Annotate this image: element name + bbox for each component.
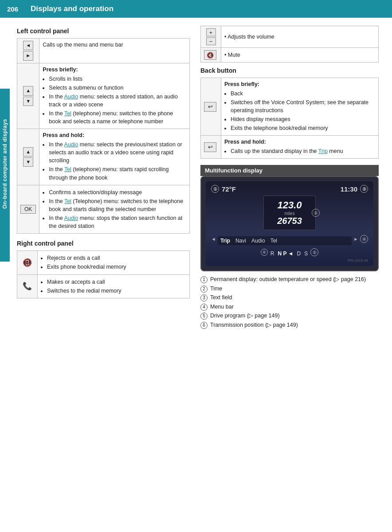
table-row: ↩ Press briefly: Back Switches off the V… bbox=[201, 78, 379, 136]
menu-item-trip[interactable]: Trip bbox=[220, 238, 230, 244]
page-number: 206 bbox=[0, 0, 25, 18]
legend-num-4: 4 bbox=[200, 303, 210, 311]
dash-menu-items: Trip Navi Audio Tel bbox=[220, 238, 277, 244]
legend-num-3: 3 bbox=[200, 294, 210, 301]
menu-left-arrow: ◄ bbox=[211, 236, 216, 242]
lr-arrow-desc: Calls up the menu and menu bar bbox=[39, 39, 190, 63]
dash-time: 11:30 bbox=[341, 185, 357, 193]
legend-6-badge: ⑥ bbox=[261, 249, 268, 256]
side-tab: On-board computer and displays bbox=[0, 89, 10, 239]
press-briefly-label-1: Press briefly: bbox=[43, 66, 78, 73]
back-press-hold-label: Press and hold: bbox=[224, 139, 266, 145]
legend-text-1: Permanent display: outside temperature o… bbox=[210, 276, 366, 284]
gear-r: R bbox=[270, 250, 274, 257]
dash-miles: 123.0 bbox=[277, 200, 302, 211]
gear-s: S bbox=[304, 250, 308, 257]
legend-item-4: 4 Menu bar bbox=[200, 303, 379, 311]
right-column: + − • Adjusts the volume 🔇 bbox=[200, 26, 379, 330]
dash-miles-label: miles bbox=[277, 211, 302, 216]
list-item: Back bbox=[231, 90, 375, 98]
right-arrow-icon[interactable]: ► bbox=[23, 51, 33, 60]
right-control-table: 📵 Rejects or ends a call Exits phone boo… bbox=[17, 250, 190, 298]
list-item: Rejects or ends a call bbox=[47, 254, 186, 262]
phone-end-icon[interactable]: 📵 bbox=[23, 258, 32, 267]
volume-minus-icon[interactable]: − bbox=[206, 37, 216, 45]
dash-temp: 72°F bbox=[222, 185, 236, 193]
legend-text-5: Drive program (▷ page 149) bbox=[210, 312, 280, 320]
tel-link3: Tel bbox=[64, 198, 71, 204]
phone-end-list: Rejects or ends a call Exits phone book/… bbox=[41, 254, 186, 271]
mute-text: Mute bbox=[228, 52, 240, 58]
legend-item-6: 6 Transmission position (▷ page 149) bbox=[200, 321, 379, 329]
legend-text-6: Transmission position (▷ page 149) bbox=[210, 321, 298, 329]
side-tab-label: On-board computer and displays bbox=[2, 119, 8, 209]
vol-desc: • Adjusts the volume bbox=[221, 26, 379, 48]
ok-button-icon[interactable]: OK bbox=[20, 205, 36, 214]
watermark: P54-2215-34 bbox=[211, 258, 368, 262]
back-brief-list: Back Switches off the Voice Control Syst… bbox=[224, 90, 375, 133]
back-button-brief-icon[interactable]: ↩ bbox=[204, 102, 216, 112]
trip-link: Trip bbox=[318, 148, 328, 154]
legend-3-badge: ③ bbox=[312, 209, 320, 217]
lr-arrow-text: Calls up the menu and menu bar bbox=[43, 42, 123, 48]
table-row: 🔇 • Mute bbox=[201, 48, 379, 63]
up-arrow-icon[interactable]: ▲ bbox=[23, 86, 33, 95]
press-briefly-list-1: Scrolls in lists Selects a submenu or fu… bbox=[43, 75, 186, 126]
back-button-heading: Back button bbox=[200, 67, 379, 74]
page-header: 206 Displays and operation bbox=[0, 0, 392, 18]
down-arrow-icon[interactable]: ▼ bbox=[23, 97, 33, 106]
down-arrow-hold-icon[interactable]: ▼ bbox=[23, 157, 33, 167]
ok-desc: Confirms a selection/display message In … bbox=[39, 185, 190, 234]
back-brief-desc: Press briefly: Back Switches off the Voi… bbox=[221, 78, 379, 136]
back-icon-hold-cell: ↩ bbox=[201, 136, 221, 159]
back-button-table: ↩ Press briefly: Back Switches off the V… bbox=[200, 78, 379, 159]
back-hold-list: Calls up the standard display in the Tri… bbox=[224, 147, 375, 155]
mute-icon-cell: 🔇 bbox=[201, 48, 221, 63]
legend-text-3: Text field bbox=[210, 294, 232, 302]
phone-start-icon[interactable]: 📞 bbox=[23, 282, 32, 290]
up-arrow-hold-icon[interactable]: ▲ bbox=[23, 147, 33, 156]
dash-gear-row: R N P ◄ D S bbox=[270, 250, 308, 257]
table-row: ▲ ▼ Press briefly: Scrolls in lists Sele… bbox=[17, 63, 190, 129]
legend-4-badge: ④ bbox=[360, 235, 368, 243]
dash-menu-bar: Trip Navi Audio Tel bbox=[218, 236, 352, 245]
gear-d: D bbox=[297, 250, 301, 257]
mfd-heading: Multifunction display bbox=[200, 165, 379, 176]
tel-link: Tel bbox=[64, 110, 71, 117]
phone-start-icon-cell: 📞 bbox=[17, 274, 38, 298]
list-item: In the Tel (Telephone) menu: switches to… bbox=[49, 197, 186, 213]
menu-item-tel[interactable]: Tel bbox=[270, 238, 277, 244]
table-row: 📵 Rejects or ends a call Exits phone boo… bbox=[17, 251, 190, 274]
mute-icon[interactable]: 🔇 bbox=[204, 50, 216, 60]
dashboard-display: ① 72°F 11:30 ② bbox=[200, 176, 379, 271]
ok-icon-cell: OK bbox=[17, 185, 39, 234]
press-hold-list-1: In the Audio menu: selects the previous/… bbox=[43, 141, 186, 182]
dash-top-row: ① 72°F 11:30 ② bbox=[211, 185, 368, 193]
legend-num-6: 6 bbox=[200, 321, 210, 329]
list-item: Switches to the redial memory bbox=[47, 287, 186, 295]
menu-item-audio[interactable]: Audio bbox=[251, 238, 265, 244]
list-item: Calls up the standard display in the Tri… bbox=[231, 147, 375, 155]
back-button-hold-icon[interactable]: ↩ bbox=[204, 142, 216, 152]
mfd-section: Multifunction display ① 72°F bbox=[200, 165, 379, 329]
list-item: In the Tel (telephone) menu: starts rapi… bbox=[49, 165, 186, 181]
table-row: 📞 Makes or accepts a call Switches to th… bbox=[17, 274, 190, 298]
volume-plus-icon[interactable]: + bbox=[206, 28, 216, 36]
ud-arrow-icons-brief: ▲ ▼ bbox=[17, 63, 39, 129]
list-item: Exits phone book/redial memory bbox=[47, 263, 186, 271]
list-item: Selects a submenu or function bbox=[49, 84, 186, 92]
page-title: Displays and operation bbox=[25, 4, 114, 13]
list-item: Exits the telephone book/redial memory bbox=[231, 124, 375, 132]
list-item: In the Audio menu: selects the previous/… bbox=[49, 141, 186, 164]
menu-item-navi[interactable]: Navi bbox=[235, 238, 246, 244]
table-row: ▲ ▼ Press and hold: In the Audio menu: s… bbox=[17, 129, 190, 185]
press-hold-label-1: Press and hold: bbox=[43, 132, 84, 138]
phone-end-icon-cell: 📵 bbox=[17, 251, 38, 274]
legend-text-2: Time bbox=[210, 285, 222, 293]
left-arrow-icon[interactable]: ◄ bbox=[23, 41, 33, 50]
table-row: ↩ Press and hold: Calls up the standard … bbox=[201, 136, 379, 159]
dash-inner: ① 72°F 11:30 ② bbox=[206, 181, 373, 266]
legend-1-badge: ① bbox=[211, 185, 219, 193]
ud-hold-desc: Press and hold: In the Audio menu: selec… bbox=[39, 129, 190, 185]
mfd-legend: 1 Permanent display: outside temperature… bbox=[200, 276, 379, 329]
